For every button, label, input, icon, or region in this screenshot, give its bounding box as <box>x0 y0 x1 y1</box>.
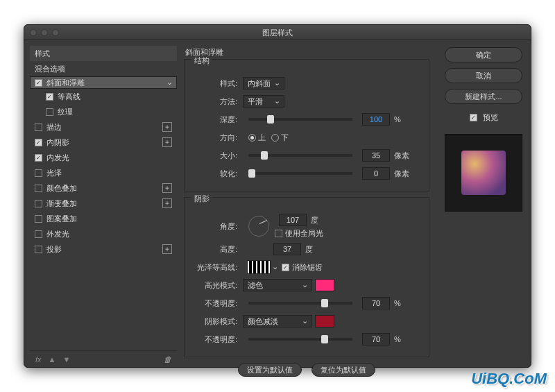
shadow-opacity-input[interactable]: 70 <box>362 333 390 346</box>
fx-menu-icon[interactable]: fx <box>35 355 42 364</box>
highlight-color-swatch[interactable] <box>315 279 334 291</box>
shading-group: 阴影 角度: 107度 使用全局光 高度:37度 光泽等高线:✓消除锯齿 高光模… <box>184 197 429 357</box>
size-input[interactable]: 35 <box>362 149 390 162</box>
sidebar-item-5[interactable]: ✓内发光 <box>30 150 177 165</box>
depth-input[interactable]: 100 <box>362 113 390 126</box>
add-effect-icon[interactable]: ＋ <box>162 198 172 208</box>
settings-panel: 斜面和浮雕 结构 样式:内斜面 方法:平滑 深度:100% 方向:上下 大小:3… <box>177 40 436 367</box>
sidebar-item-7[interactable]: 颜色叠加＋ <box>30 180 177 196</box>
effect-label: 颜色叠加 <box>46 183 77 194</box>
arrow-down-icon[interactable]: ▼ <box>62 355 70 364</box>
antialias-checkbox[interactable]: ✓ <box>282 264 289 271</box>
effect-checkbox[interactable]: ✓ <box>35 139 42 146</box>
effect-label: 投影 <box>46 244 62 255</box>
effect-label: 纹理 <box>58 107 73 117</box>
sidebar-footer: fx ▲ ▼ 🗑 <box>30 350 177 367</box>
highlight-opacity-input[interactable]: 70 <box>362 297 390 309</box>
soften-input[interactable]: 0 <box>362 167 390 180</box>
panel-heading: 斜面和浮雕 <box>185 47 429 58</box>
sidebar-item-1[interactable]: ✓等高线 <box>30 89 177 104</box>
highlight-opacity-slider[interactable] <box>248 302 352 305</box>
make-default-button[interactable]: 设置为默认值 <box>238 363 302 377</box>
sidebar-item-11[interactable]: 投影＋ <box>30 241 177 257</box>
titlebar: 图层样式 <box>24 25 531 40</box>
add-effect-icon[interactable]: ＋ <box>162 122 172 132</box>
technique-select[interactable]: 平滑 <box>243 95 284 108</box>
effect-checkbox[interactable] <box>35 215 42 223</box>
effect-label: 图案叠加 <box>46 214 77 224</box>
direction-down-radio[interactable] <box>271 134 279 142</box>
effect-label: 渐变叠加 <box>46 198 77 209</box>
effect-label: 内阴影 <box>46 137 69 148</box>
shadow-opacity-slider[interactable] <box>248 338 352 341</box>
depth-slider[interactable] <box>248 118 352 121</box>
style-select[interactable]: 内斜面 <box>243 77 284 90</box>
effect-checkbox[interactable] <box>35 123 42 131</box>
sidebar-item-0[interactable]: ✓斜面和浮雕 <box>30 76 177 89</box>
effect-checkbox[interactable] <box>35 246 42 253</box>
angle-input[interactable]: 107 <box>279 214 307 226</box>
right-column: 确定 取消 新建样式... ✓预览 <box>436 40 531 367</box>
effect-label: 内发光 <box>46 153 69 163</box>
sidebar-item-2[interactable]: 纹理 <box>30 104 177 119</box>
sidebar-item-10[interactable]: 外发光 <box>30 226 177 241</box>
effect-checkbox[interactable]: ✓ <box>35 79 42 87</box>
sidebar-item-9[interactable]: 图案叠加 <box>30 211 177 226</box>
gloss-contour-picker[interactable] <box>247 260 271 274</box>
effect-checkbox[interactable] <box>46 108 53 116</box>
shadow-mode-select[interactable]: 颜色减淡 <box>243 315 312 327</box>
highlight-mode-select[interactable]: 滤色 <box>243 279 312 291</box>
shadow-color-swatch[interactable] <box>315 315 334 327</box>
effect-label: 外发光 <box>46 229 69 239</box>
effect-checkbox[interactable]: ✓ <box>46 93 53 101</box>
sidebar-item-3[interactable]: 描边＋ <box>30 119 177 135</box>
effect-label: 斜面和浮雕 <box>46 78 85 88</box>
dialog-window: 图层样式 样式 混合选项 ✓斜面和浮雕✓等高线纹理描边＋✓内阴影＋✓内发光光泽颜… <box>24 24 531 368</box>
size-slider[interactable] <box>248 154 352 157</box>
trash-icon[interactable]: 🗑 <box>164 355 171 364</box>
styles-sidebar: 样式 混合选项 ✓斜面和浮雕✓等高线纹理描边＋✓内阴影＋✓内发光光泽颜色叠加＋渐… <box>24 40 177 367</box>
window-controls[interactable] <box>30 29 59 36</box>
effect-label: 光泽 <box>46 168 62 178</box>
effect-label: 等高线 <box>58 92 80 102</box>
effect-checkbox[interactable] <box>35 230 42 238</box>
add-effect-icon[interactable]: ＋ <box>162 183 172 193</box>
sidebar-blend-options[interactable]: 混合选项 <box>30 61 177 76</box>
sidebar-item-4[interactable]: ✓内阴影＋ <box>30 135 177 150</box>
angle-dial[interactable] <box>248 216 269 237</box>
structure-group: 结构 样式:内斜面 方法:平滑 深度:100% 方向:上下 大小:35像素 软化… <box>184 59 429 191</box>
preview-thumbnail <box>461 151 506 195</box>
effect-checkbox[interactable] <box>35 169 42 177</box>
preview-checkbox[interactable]: ✓ <box>470 114 477 121</box>
ok-button[interactable]: 确定 <box>445 47 522 62</box>
new-style-button[interactable]: 新建样式... <box>445 89 522 104</box>
add-effect-icon[interactable]: ＋ <box>162 137 172 147</box>
direction-up-radio[interactable] <box>248 134 256 142</box>
effect-checkbox[interactable] <box>35 200 42 207</box>
soften-slider[interactable] <box>248 172 352 175</box>
effect-label: 描边 <box>46 122 62 133</box>
sidebar-styles[interactable]: 样式 <box>30 46 177 61</box>
effect-checkbox[interactable]: ✓ <box>35 154 42 162</box>
global-light-checkbox[interactable] <box>275 230 282 237</box>
window-title: 图层样式 <box>262 28 293 37</box>
add-effect-icon[interactable]: ＋ <box>162 244 172 254</box>
effect-checkbox[interactable] <box>35 185 42 192</box>
watermark: UiBQ.CoM <box>471 370 547 388</box>
sidebar-item-8[interactable]: 渐变叠加＋ <box>30 196 177 211</box>
reset-default-button[interactable]: 复位为默认值 <box>311 363 375 377</box>
cancel-button[interactable]: 取消 <box>445 68 522 83</box>
sidebar-item-6[interactable]: 光泽 <box>30 165 177 180</box>
preview-box <box>445 134 522 212</box>
arrow-up-icon[interactable]: ▲ <box>49 355 56 364</box>
altitude-input[interactable]: 37 <box>273 243 301 255</box>
